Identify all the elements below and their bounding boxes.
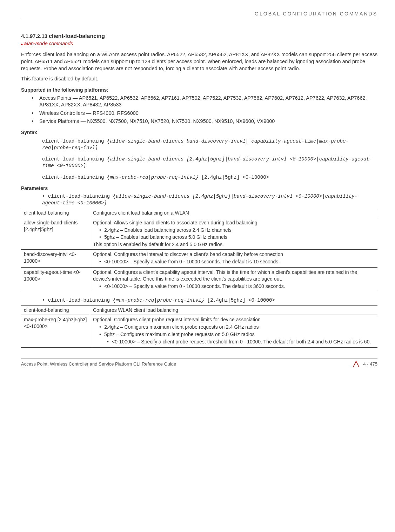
parameter-lead-2: • client-load-balancing {max-probe-req|p…: [42, 297, 377, 304]
param-desc: Optional. Allows single band clients to …: [90, 218, 378, 250]
syntax-label: Syntax: [21, 129, 377, 136]
parameters-table-1: client-load-balancing Configures client …: [21, 208, 377, 292]
intro-paragraph-1: Enforces client load balancing on a WLAN…: [21, 51, 377, 72]
header-category: GLOBAL CONFIGURATION COMMANDS: [21, 11, 377, 18]
footer-title: Access Point, Wireless Controller and Se…: [21, 361, 176, 367]
platform-service-platforms: Service Platforms — NX5500, NX7500, NX75…: [32, 118, 377, 125]
list-item-text: 5ghz – Configures maximum client probe r…: [104, 331, 255, 337]
param-name: allow-single-band-clients [2.4ghz|5ghz]: [21, 218, 90, 250]
list-item: <0-10000> – Specify a value from 0 - 100…: [99, 283, 375, 290]
param-args: {max-probe-req|probe-req-intvl}: [113, 297, 204, 303]
parameters-table-2: client-load-balancing Configures WLAN cl…: [21, 305, 377, 348]
list-item: 2.4ghz – Configures maximum client probe…: [99, 324, 375, 330]
param-text: Optional. Configures client probe reques…: [93, 316, 375, 323]
param-desc: Configures WLAN client load balancing: [90, 305, 378, 315]
section-heading: 4.1.97.2.13 client-load-balancing: [21, 32, 377, 40]
page-footer: Access Point, Wireless Controller and Se…: [21, 358, 377, 368]
param-name: capability-ageout-time <0-10000>: [21, 268, 90, 292]
param-tail: [2.4ghz|5ghz] <0-10000>: [204, 297, 275, 303]
syntax-line-3: client-load-balancing {max-probe-req|pro…: [42, 174, 377, 181]
footer-logo-icon: [352, 361, 360, 368]
table-row: max-probe-req [2.4ghz|5ghz] <0-10000> Op…: [21, 315, 377, 348]
page-number: 4 - 475: [363, 361, 377, 367]
table-row: allow-single-band-clients [2.4ghz|5ghz] …: [21, 218, 377, 250]
param-name: client-load-balancing: [21, 208, 90, 218]
table-row: client-load-balancing Configures client …: [21, 208, 377, 218]
platform-wireless-controllers: Wireless Controllers — RFS4000, RFS6000: [32, 110, 377, 117]
list-item: 5ghz – Configures maximum client probe r…: [99, 331, 375, 345]
param-cmd: • client-load-balancing: [42, 193, 113, 199]
param-text: Optional. Configures a client's capabili…: [93, 269, 375, 282]
parameters-label: Parameters: [21, 185, 377, 192]
table-row: band-discovery-intvl <0-10000> Optional.…: [21, 250, 377, 268]
param-name: client-load-balancing: [21, 305, 90, 315]
param-text: This option is enabled by default for 2.…: [93, 241, 375, 248]
syntax-line-2: client-load-balancing {allow-single-band…: [42, 156, 377, 169]
syntax-cmd: client-load-balancing: [42, 138, 107, 144]
supported-platforms-label: Supported in the following platforms:: [21, 87, 377, 93]
syntax-cmd: client-load-balancing: [42, 175, 107, 180]
platforms-list: Access Points — AP6521, AP6522, AP6532, …: [32, 95, 377, 125]
param-desc: Configures client load balancing on a WL…: [90, 208, 378, 218]
param-desc: Optional. Configures the interval to dis…: [90, 250, 378, 268]
param-cmd: • client-load-balancing: [42, 297, 113, 303]
param-text: Optional. Configures the interval to dis…: [93, 251, 375, 258]
section-title: client-load-balancing: [49, 33, 105, 39]
syntax-line-1: client-load-balancing {allow-single-band…: [42, 138, 377, 151]
param-desc: Optional. Configures client probe reques…: [90, 315, 378, 348]
param-text: Optional. Allows single band clients to …: [93, 219, 375, 226]
parameter-lead-1: • client-load-balancing {allow-single-ba…: [42, 193, 377, 206]
syntax-tail: [2.4ghz|5ghz] <0-10000>: [198, 175, 269, 180]
param-name: band-discovery-intvl <0-10000>: [21, 250, 90, 268]
param-name: max-probe-req [2.4ghz|5ghz] <0-10000>: [21, 315, 90, 348]
list-item: <0-10000> – Specify a value from 0 - 100…: [99, 258, 375, 265]
list-item: <0-10000> – Specify a client probe reque…: [107, 339, 375, 345]
syntax-args: {max-probe-req|probe-req-intvl}: [107, 175, 198, 180]
syntax-cmd: client-load-balancing: [42, 156, 107, 162]
intro-paragraph-2: This feature is disabled by default.: [21, 75, 377, 83]
list-item: 2.4ghz – Enables load balancing across 2…: [99, 227, 375, 234]
list-item: 5ghz – Enables load balancing across 5.0…: [99, 234, 375, 241]
platform-access-points: Access Points — AP6521, AP6522, AP6532, …: [32, 95, 377, 109]
section-number: 4.1.97.2.13: [21, 33, 47, 39]
breadcrumb[interactable]: wlan-mode commands: [21, 40, 377, 47]
table-row: capability-ageout-time <0-10000> Optiona…: [21, 268, 377, 292]
param-desc: Optional. Configures a client's capabili…: [90, 268, 378, 292]
table-row: client-load-balancing Configures WLAN cl…: [21, 305, 377, 315]
